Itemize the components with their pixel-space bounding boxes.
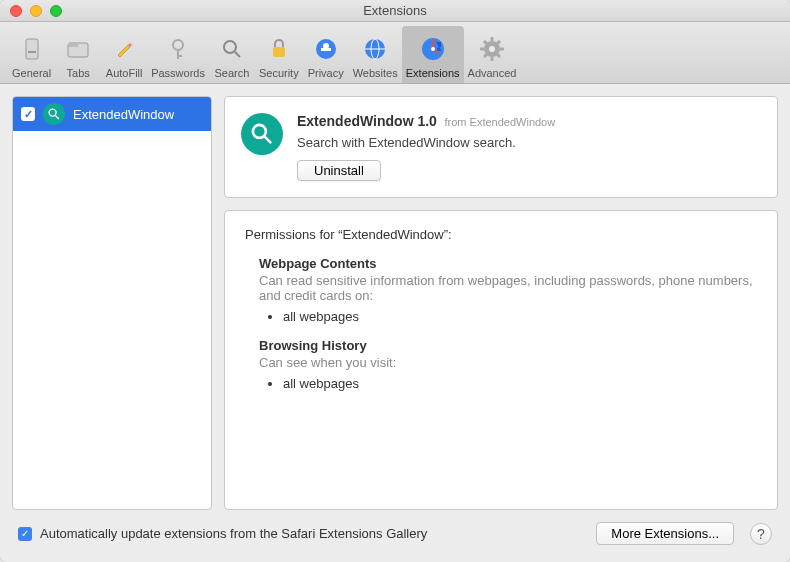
advanced-icon — [476, 33, 508, 65]
svg-rect-6 — [177, 55, 182, 57]
tab-security[interactable]: Security — [255, 26, 303, 83]
permission-description: Can read sensitive information from webp… — [259, 273, 757, 303]
traffic-lights — [10, 5, 62, 17]
svg-point-30 — [253, 125, 266, 138]
permissions-header: Permissions for “ExtendedWindow”: — [245, 227, 757, 242]
tab-label: Security — [259, 67, 299, 79]
svg-point-4 — [173, 40, 183, 50]
preferences-window: Extensions General Tabs AutoFill Passwor… — [0, 0, 790, 562]
extension-title: ExtendedWindow 1.0 — [297, 113, 437, 129]
svg-rect-3 — [68, 43, 78, 47]
general-icon — [16, 33, 48, 65]
permission-title: Webpage Contents — [259, 256, 757, 271]
permission-list: all webpages — [283, 309, 757, 324]
security-icon — [263, 33, 295, 65]
tab-label: Advanced — [468, 67, 517, 79]
svg-line-27 — [497, 41, 500, 44]
extension-icon-large — [241, 113, 283, 155]
svg-point-12 — [323, 43, 329, 49]
svg-line-24 — [484, 41, 487, 44]
tab-advanced[interactable]: Advanced — [464, 26, 521, 83]
permission-description: Can see when you visit: — [259, 355, 757, 370]
svg-rect-5 — [177, 49, 179, 59]
tab-passwords[interactable]: Passwords — [147, 26, 209, 83]
auto-update-checkbox[interactable]: ✓ — [18, 527, 32, 541]
sidebar-item-label: ExtendedWindow — [73, 107, 174, 122]
extension-title-row: ExtendedWindow 1.0 from ExtendedWindow — [297, 113, 761, 129]
svg-line-26 — [484, 54, 487, 57]
more-extensions-button[interactable]: More Extensions... — [596, 522, 734, 545]
svg-line-29 — [55, 115, 59, 119]
svg-rect-1 — [28, 51, 36, 53]
svg-rect-0 — [26, 39, 38, 59]
tab-privacy[interactable]: Privacy — [303, 26, 349, 83]
uninstall-button[interactable]: Uninstall — [297, 160, 381, 181]
sidebar-item-extendedwindow[interactable]: ✓ ExtendedWindow — [13, 97, 211, 131]
auto-update-label: Automatically update extensions from the… — [40, 526, 427, 541]
help-button[interactable]: ? — [750, 523, 772, 545]
minimize-button[interactable] — [30, 5, 42, 17]
tab-extensions[interactable]: Extensions — [402, 26, 464, 83]
permission-list-item: all webpages — [283, 376, 757, 391]
tab-label: Passwords — [151, 67, 205, 79]
svg-point-28 — [49, 109, 56, 116]
titlebar: Extensions — [0, 0, 790, 22]
svg-line-8 — [235, 52, 240, 57]
tab-search[interactable]: Search — [209, 26, 255, 83]
permission-title: Browsing History — [259, 338, 757, 353]
svg-line-31 — [265, 137, 272, 144]
extension-header: ExtendedWindow 1.0 from ExtendedWindow S… — [224, 96, 778, 198]
tab-label: Privacy — [308, 67, 344, 79]
extension-enable-checkbox[interactable]: ✓ — [21, 107, 35, 121]
permission-section-webpage-contents: Webpage Contents Can read sensitive info… — [259, 256, 757, 324]
tab-websites[interactable]: Websites — [349, 26, 402, 83]
svg-rect-9 — [273, 47, 285, 57]
extension-icon — [43, 103, 65, 125]
svg-point-7 — [224, 41, 236, 53]
extension-description: Search with ExtendedWindow search. — [297, 135, 761, 150]
extension-header-text: ExtendedWindow 1.0 from ExtendedWindow S… — [297, 113, 761, 181]
svg-point-19 — [489, 46, 495, 52]
close-button[interactable] — [10, 5, 22, 17]
main-area: ✓ ExtendedWindow ExtendedWindow 1.0 from… — [0, 84, 790, 522]
tab-general[interactable]: General — [8, 26, 55, 83]
tab-label: Tabs — [67, 67, 90, 79]
passwords-icon — [162, 33, 194, 65]
tab-label: AutoFill — [106, 67, 143, 79]
privacy-icon — [310, 33, 342, 65]
window-title: Extensions — [8, 3, 782, 18]
svg-line-25 — [497, 54, 500, 57]
permission-list: all webpages — [283, 376, 757, 391]
permission-section-browsing-history: Browsing History Can see when you visit:… — [259, 338, 757, 391]
extensions-sidebar: ✓ ExtendedWindow — [12, 96, 212, 510]
extensions-icon — [417, 33, 449, 65]
tab-label: Websites — [353, 67, 398, 79]
preferences-toolbar: General Tabs AutoFill Passwords Search — [0, 22, 790, 84]
tab-label: Extensions — [406, 67, 460, 79]
footer: ✓ Automatically update extensions from t… — [0, 522, 790, 557]
autofill-icon — [108, 33, 140, 65]
extension-from: from ExtendedWindow — [445, 116, 556, 128]
tab-autofill[interactable]: AutoFill — [101, 26, 147, 83]
websites-icon — [359, 33, 391, 65]
tab-label: General — [12, 67, 51, 79]
permissions-panel: Permissions for “ExtendedWindow”: Webpag… — [224, 210, 778, 510]
tab-tabs[interactable]: Tabs — [55, 26, 101, 83]
tabs-icon — [62, 33, 94, 65]
search-icon — [216, 33, 248, 65]
tab-label: Search — [215, 67, 250, 79]
permission-list-item: all webpages — [283, 309, 757, 324]
maximize-button[interactable] — [50, 5, 62, 17]
extension-details: ExtendedWindow 1.0 from ExtendedWindow S… — [224, 96, 778, 510]
svg-point-17 — [431, 47, 435, 51]
